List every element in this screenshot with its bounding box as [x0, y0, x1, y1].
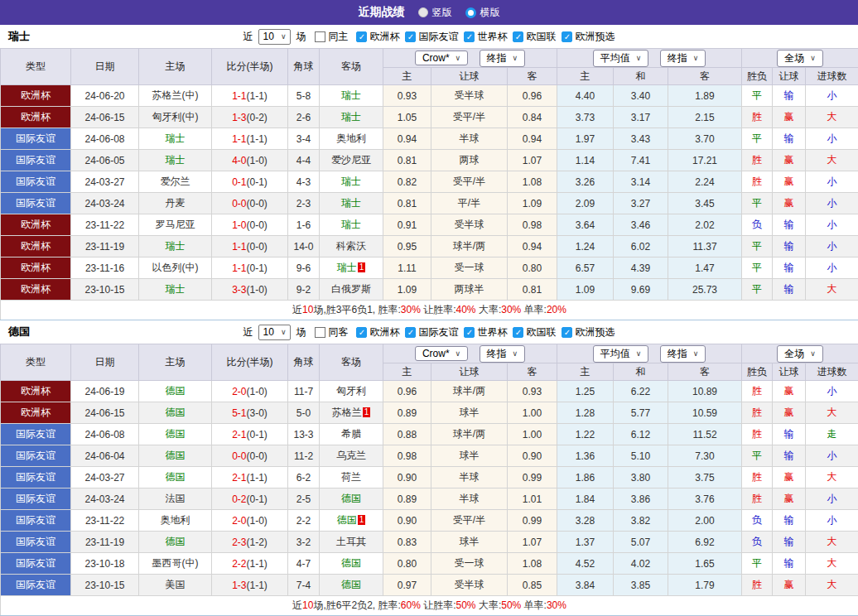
average-dropdown[interactable]: 平均值∨: [593, 50, 649, 67]
result-wdl: 平: [742, 445, 773, 467]
result-handicap: 输: [773, 510, 806, 532]
checkbox-checked-icon: ✓: [405, 31, 416, 42]
league-checkbox[interactable]: ✓世界杯: [464, 325, 507, 339]
summary-text: 单率:: [521, 304, 547, 315]
corners-cell: 11-2: [288, 445, 320, 467]
league-label: 世界杯: [477, 325, 507, 339]
league-type-cell: 国际友谊: [1, 467, 71, 488]
half-time-score: (1-0): [247, 386, 268, 397]
table-header: 类型 日期 主场 比分(半场) 角球 客场 Crow*∨ 终指∨ 平均值∨ 终指…: [1, 344, 858, 381]
result-handicap: 输: [773, 236, 806, 257]
half-time-score: (1-1): [247, 558, 268, 570]
avg-away-odds: 17.21: [668, 150, 742, 171]
table-footer: 近10场,胜3平6负1, 胜率:30% 让胜率:40% 大率:30% 单率:20…: [1, 301, 858, 320]
col-away: 客场: [320, 49, 383, 85]
league-checkbox[interactable]: ✓欧国联: [513, 30, 556, 44]
date-cell: 23-10-18: [71, 553, 139, 575]
summary-text: 50%: [456, 599, 476, 611]
match-row: 国际友谊24-03-27德国2-1(1-1)6-2荷兰0.90半球0.991.8…: [1, 467, 858, 488]
bookmaker-dropdown[interactable]: Crow*∨: [415, 346, 468, 361]
score-cell: 1-3(0-2): [212, 107, 288, 128]
half-time-score: (1-1): [247, 90, 268, 102]
league-type-cell: 欧洲杯: [1, 257, 71, 279]
handicap-away-odds: 0.94: [508, 128, 557, 150]
avg-home-odds: 1.28: [557, 402, 614, 424]
league-label: 欧洲预选: [575, 30, 615, 44]
home-team-name: 罗马尼亚: [156, 219, 195, 230]
col-corners: 角球: [288, 344, 320, 381]
horizontal-layout-radio[interactable]: 横版: [465, 6, 500, 20]
recent-count-select[interactable]: 10 ∨: [258, 29, 292, 45]
full-match-dropdown[interactable]: 全场∨: [777, 50, 823, 67]
league-type-cell: 国际友谊: [1, 150, 71, 171]
result-wdl: 负: [742, 510, 773, 532]
score-cell: 1-0(0-0): [212, 214, 288, 236]
result-wdl: 平: [742, 128, 773, 150]
result-goals: 小: [806, 445, 858, 467]
match-row: 欧洲杯24-06-15匈牙利(中)1-3(0-2)2-6瑞士1.05受平/半0.…: [1, 107, 858, 128]
score-cell: 1-1(1-1): [212, 85, 288, 107]
league-checkbox[interactable]: ✓世界杯: [464, 30, 507, 44]
league-checkbox[interactable]: ✓欧洲预选: [562, 325, 615, 339]
match-row: 国际友谊23-11-22奥地利2-0(1-0)2-2德国10.90受平/半0.9…: [1, 510, 858, 532]
match-row: 国际友谊24-06-08瑞士1-1(1-1)3-4奥地利0.94半球0.941.…: [1, 128, 858, 150]
checkbox-checked-icon: ✓: [356, 31, 367, 42]
avg-away-odds: 6.92: [668, 532, 742, 553]
result-handicap: 赢: [773, 575, 806, 596]
average-dropdown[interactable]: 平均值∨: [593, 345, 649, 363]
recent-count-select[interactable]: 10 ∨: [258, 325, 292, 340]
half-time-score: (3-0): [247, 407, 268, 419]
bookmaker-dropdown[interactable]: Crow*∨: [415, 51, 468, 65]
away-team-name: 匈牙利: [336, 385, 366, 397]
result-handicap: 输: [773, 445, 806, 467]
avg-home-odds: 3.73: [557, 107, 614, 128]
avg-away-odds: 2.15: [668, 107, 742, 128]
corners-cell: 9-2: [288, 279, 320, 301]
final-odds-dropdown[interactable]: 终指∨: [660, 345, 706, 363]
corners-cell: 14-0: [288, 236, 320, 257]
same-venue-checkbox[interactable]: 同客: [315, 325, 348, 339]
match-row: 欧洲杯24-06-19德国2-0(1-0)11-7匈牙利0.96球半/两0.93…: [1, 381, 858, 402]
away-team-cell: 土耳其: [320, 532, 383, 553]
league-label: 世界杯: [477, 30, 507, 44]
result-wdl: 胜: [742, 467, 773, 488]
handicap-away-odds: 1.09: [508, 193, 557, 214]
match-row: 国际友谊24-06-05瑞士4-0(1-0)4-4爱沙尼亚0.81两球1.071…: [1, 150, 858, 171]
league-checkbox[interactable]: ✓国际友谊: [405, 30, 458, 44]
result-goals: 小: [806, 488, 858, 510]
vertical-layout-radio[interactable]: 竖版: [418, 6, 452, 20]
half-time-score: (1-2): [247, 537, 268, 548]
final-odds-dropdown[interactable]: 终指∨: [480, 345, 526, 363]
league-checkbox[interactable]: ✓欧洲预选: [562, 30, 615, 44]
score-cell: 0-1(0-1): [212, 171, 288, 193]
handicap-line: 球半: [431, 445, 508, 467]
summary-text: 20%: [547, 304, 566, 315]
final-odds-dropdown[interactable]: 终指∨: [480, 50, 526, 67]
chevron-down-icon: ∨: [636, 349, 642, 358]
result-goals: 大: [806, 279, 858, 301]
col-handicap-line: 让球: [431, 363, 508, 381]
league-checkbox[interactable]: ✓欧国联: [513, 325, 556, 339]
full-match-dropdown[interactable]: 全场∨: [777, 345, 823, 363]
col-handicap-home: 主: [383, 68, 431, 85]
handicap-home-odds: 1.09: [383, 279, 431, 301]
handicap-home-odds: 0.89: [383, 488, 431, 510]
checkbox-checked-icon: ✓: [513, 327, 523, 338]
same-venue-checkbox[interactable]: 同主: [315, 30, 348, 44]
summary-text: 让胜率:: [421, 304, 456, 315]
match-rows: 欧洲杯24-06-19德国2-0(1-0)11-7匈牙利0.96球半/两0.93…: [1, 381, 858, 596]
handicap-away-odds: 0.98: [508, 214, 557, 236]
handicap-away-odds: 0.81: [508, 279, 557, 301]
match-rows: 欧洲杯24-06-20苏格兰(中)1-1(1-1)5-8瑞士0.93受半球0.9…: [1, 85, 858, 301]
handicap-home-odds: 0.93: [383, 85, 431, 107]
away-team-cell: 乌克兰: [320, 445, 383, 467]
league-checkbox[interactable]: ✓欧洲杯: [356, 325, 399, 339]
league-checkbox[interactable]: ✓国际友谊: [405, 325, 458, 339]
away-team-cell: 瑞士: [320, 85, 383, 107]
result-goals: 小: [806, 128, 858, 150]
filter-row: 瑞士 近 10 ∨ 场 同主 ✓欧洲杯✓国际友谊✓世界杯✓欧国联✓欧洲预选: [0, 25, 858, 48]
league-checkbox[interactable]: ✓欧洲杯: [356, 30, 399, 44]
result-goals: 小: [806, 171, 858, 193]
away-team-cell: 爱沙尼亚: [320, 150, 383, 171]
final-odds-dropdown[interactable]: 终指∨: [660, 50, 706, 67]
